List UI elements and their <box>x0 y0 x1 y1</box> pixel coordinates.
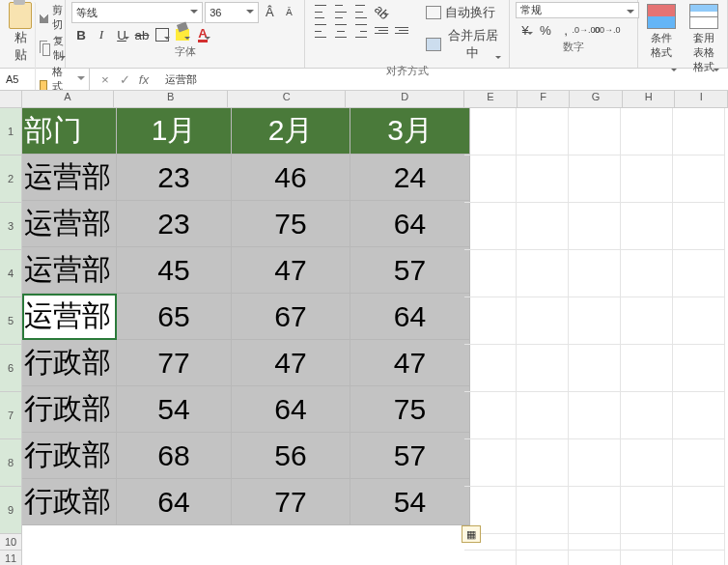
column-header[interactable]: E <box>464 91 518 108</box>
align-middle-button[interactable] <box>331 2 350 21</box>
empty-cell[interactable] <box>569 203 621 250</box>
empty-cell[interactable] <box>621 487 673 534</box>
empty-cell[interactable] <box>621 551 673 565</box>
column-header[interactable]: C <box>228 91 346 108</box>
table-header-cell[interactable]: 1月 <box>117 108 232 155</box>
select-all-corner[interactable] <box>0 91 22 108</box>
table-cell[interactable]: 行政部 <box>22 479 117 525</box>
empty-cell[interactable] <box>464 203 517 250</box>
empty-cell[interactable] <box>621 534 673 551</box>
table-cell[interactable]: 24 <box>350 155 470 201</box>
row-header[interactable]: 6 <box>0 345 22 392</box>
table-cell[interactable]: 行政部 <box>22 386 117 433</box>
row-header[interactable]: 3 <box>0 203 22 250</box>
empty-cell[interactable] <box>464 439 517 487</box>
align-right-button[interactable] <box>351 21 371 41</box>
empty-cell[interactable] <box>569 534 621 551</box>
empty-cell[interactable] <box>673 345 725 392</box>
empty-cell[interactable] <box>569 250 621 297</box>
table-cell[interactable]: 57 <box>350 433 470 479</box>
column-header[interactable]: I <box>675 91 728 108</box>
empty-cell[interactable] <box>464 345 517 392</box>
empty-cell[interactable] <box>464 392 517 439</box>
empty-cell[interactable] <box>673 487 725 534</box>
table-cell[interactable]: 54 <box>117 386 232 433</box>
cancel-formula-button[interactable]: × <box>96 71 115 89</box>
copy-button[interactable]: 复制 <box>38 33 68 64</box>
align-left-button[interactable] <box>311 21 330 41</box>
table-cell[interactable]: 64 <box>350 201 470 247</box>
underline-button[interactable]: U <box>112 25 131 44</box>
table-header-cell[interactable]: 2月 <box>232 108 350 155</box>
table-cell[interactable]: 67 <box>232 294 350 340</box>
column-header[interactable]: D <box>346 91 464 108</box>
table-cell[interactable]: 54 <box>350 479 470 525</box>
empty-cell[interactable] <box>621 392 673 439</box>
column-header[interactable]: F <box>518 91 571 108</box>
font-size-combo[interactable]: 36 <box>205 2 259 23</box>
empty-cell[interactable] <box>673 392 725 439</box>
borders-button[interactable] <box>153 25 172 44</box>
row-header[interactable]: 2 <box>0 155 22 203</box>
empty-cell[interactable] <box>464 155 517 203</box>
increase-font-button[interactable]: Â <box>261 2 279 21</box>
orientation-button[interactable]: ab <box>372 2 391 21</box>
empty-cell[interactable] <box>517 155 569 203</box>
column-header[interactable]: H <box>623 91 676 108</box>
table-cell[interactable]: 47 <box>232 247 350 294</box>
empty-cell[interactable] <box>517 551 569 565</box>
table-cell[interactable]: 57 <box>350 247 470 294</box>
empty-cell[interactable] <box>464 551 517 565</box>
row-header[interactable]: 7 <box>0 392 22 439</box>
table-cell[interactable]: 46 <box>232 155 350 201</box>
empty-cell[interactable] <box>673 534 725 551</box>
table-cell[interactable]: 运营部 <box>22 294 117 340</box>
empty-cell[interactable] <box>464 250 517 297</box>
column-header[interactable]: G <box>570 91 623 108</box>
row-header[interactable]: 10 <box>0 534 22 551</box>
empty-cell[interactable] <box>569 297 621 345</box>
align-top-button[interactable] <box>311 2 330 21</box>
column-header[interactable]: B <box>114 91 228 108</box>
table-cell[interactable]: 运营部 <box>22 201 117 247</box>
table-cell[interactable]: 64 <box>117 479 232 525</box>
row-header[interactable]: 1 <box>0 108 22 155</box>
table-cell[interactable]: 23 <box>117 201 232 247</box>
empty-cell[interactable] <box>517 534 569 551</box>
row-header[interactable]: 4 <box>0 250 22 297</box>
empty-cell[interactable] <box>517 392 569 439</box>
table-cell[interactable]: 65 <box>117 294 232 340</box>
empty-cell[interactable] <box>621 297 673 345</box>
empty-cell[interactable] <box>517 108 569 155</box>
decrease-font-button[interactable]: Ǎ <box>280 2 298 21</box>
empty-cell[interactable] <box>517 297 569 345</box>
empty-cell[interactable] <box>621 439 673 487</box>
empty-cell[interactable] <box>569 487 621 534</box>
cut-button[interactable]: 剪切 <box>38 2 68 33</box>
table-cell[interactable]: 47 <box>232 340 350 386</box>
column-header[interactable]: A <box>22 91 114 108</box>
table-cell[interactable]: 运营部 <box>22 155 117 201</box>
table-cell[interactable]: 64 <box>350 294 470 340</box>
conditional-formatting-button[interactable]: 条件格式 <box>644 2 679 76</box>
increase-indent-button[interactable] <box>392 21 411 41</box>
align-center-button[interactable] <box>331 21 350 41</box>
empty-cell[interactable] <box>673 108 725 155</box>
percent-format-button[interactable]: % <box>536 20 555 40</box>
table-cell[interactable]: 47 <box>350 340 470 386</box>
empty-cell[interactable] <box>673 203 725 250</box>
table-cell[interactable]: 23 <box>117 155 232 201</box>
number-format-combo[interactable]: 常规 <box>516 2 639 18</box>
table-cell[interactable]: 运营部 <box>22 247 117 294</box>
empty-cell[interactable] <box>569 551 621 565</box>
italic-button[interactable]: I <box>92 25 111 44</box>
empty-cell[interactable] <box>673 155 725 203</box>
table-cell[interactable]: 行政部 <box>22 340 117 386</box>
accounting-format-button[interactable]: ¥ <box>516 20 535 40</box>
row-header[interactable]: 8 <box>0 439 22 487</box>
empty-cell[interactable] <box>621 345 673 392</box>
table-cell[interactable]: 68 <box>117 433 232 479</box>
empty-cell[interactable] <box>517 487 569 534</box>
wrap-text-button[interactable]: 自动换行 <box>423 2 503 23</box>
decrease-indent-button[interactable] <box>372 21 391 41</box>
